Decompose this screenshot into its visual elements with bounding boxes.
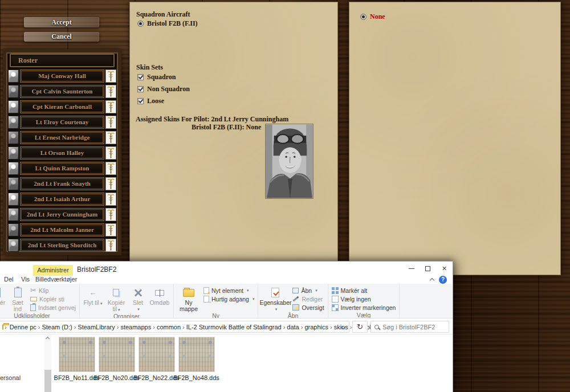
pilot-name[interactable]: 2nd Lt Malcolm Janner xyxy=(20,223,104,236)
breadcrumb-item[interactable]: data xyxy=(285,324,300,330)
skin-set-checkbox[interactable] xyxy=(137,74,144,80)
medical-icon[interactable] xyxy=(105,177,116,190)
pilot-name[interactable]: Cpt Kieran Carbonall xyxy=(20,100,104,113)
properties-button[interactable]: Egenskaber ▾ xyxy=(260,285,290,312)
pilot-name[interactable]: Maj Conway Hall xyxy=(20,70,104,83)
pilot-name[interactable]: 2nd Lt Isaiah Arthur xyxy=(20,193,104,206)
roster-pilot-row[interactable]: Lt Elroy Courtenay xyxy=(8,116,116,129)
roster-pilot-row[interactable]: Maj Conway Hall xyxy=(8,70,116,83)
breadcrumb-item[interactable]: common xyxy=(155,324,182,330)
paste-shortcut-button[interactable]: Indsæt genvej xyxy=(29,303,77,312)
paste-button[interactable]: Sæt ind xyxy=(7,285,28,312)
medical-icon[interactable] xyxy=(105,131,116,144)
breadcrumb-item[interactable]: Denne pc xyxy=(8,324,38,330)
skin-none-radio[interactable] xyxy=(360,14,367,20)
file-item[interactable]: BF2B_No20.dds xyxy=(98,337,135,381)
nav-pane-item[interactable]: ersonal xyxy=(0,374,21,381)
new-item-button[interactable]: Nyt element▾ xyxy=(202,286,255,295)
collapse-ribbon-icon[interactable] xyxy=(430,277,434,282)
breadcrumb-item[interactable]: Steam (D:) xyxy=(40,324,74,330)
skin-set-checkbox[interactable] xyxy=(137,98,144,104)
rename-button[interactable]: Omdøb xyxy=(148,285,171,306)
tab-vis[interactable]: Vis xyxy=(21,276,30,283)
delete-button[interactable]: Slet ▾ xyxy=(129,285,147,312)
context-tab-administrer[interactable]: Administrer xyxy=(33,265,73,276)
file-item[interactable]: BF2B_No48.dds xyxy=(178,337,215,381)
history-button[interactable]: Oversigt xyxy=(291,303,325,312)
select-none-button[interactable]: Vælg ingen xyxy=(331,295,397,303)
breadcrumb-item[interactable]: SteamLibrary xyxy=(76,324,116,330)
medical-icon[interactable] xyxy=(105,193,116,206)
aircraft-radio[interactable] xyxy=(137,21,144,27)
open-button[interactable]: Åbn▾ xyxy=(291,286,325,295)
medical-icon[interactable] xyxy=(105,162,116,175)
maximize-button[interactable] xyxy=(420,262,436,275)
roster-pilot-row[interactable]: Lt Quinn Rampston xyxy=(8,162,116,175)
pilot-name[interactable]: 2nd Lt Frank Snayth xyxy=(20,177,104,190)
roster-pilot-row[interactable]: Lt Orson Halley xyxy=(8,146,116,160)
copy-to-button[interactable]: Kopiér til▾ xyxy=(105,285,128,313)
copy-icon xyxy=(0,288,1,297)
pilot-photo xyxy=(8,85,19,98)
file-item[interactable]: BF2B_No11.dds xyxy=(58,337,95,381)
pilot-name[interactable]: Lt Elroy Courtenay xyxy=(20,116,104,129)
accept-button[interactable]: Accept xyxy=(24,17,99,27)
minimize-button[interactable] xyxy=(403,262,420,275)
tab-del[interactable]: Del xyxy=(4,276,14,283)
pilot-name[interactable]: 2nd Lt Jerry Cunningham xyxy=(20,208,104,221)
properties-icon xyxy=(271,288,279,297)
quick-access-button[interactable]: Hurtig adgang▾ xyxy=(202,295,255,303)
nav-pane-scrollbar[interactable] xyxy=(44,334,51,392)
pilot-name[interactable]: Lt Orson Halley xyxy=(20,146,104,160)
medical-icon[interactable] xyxy=(105,116,116,129)
roster-pilot-row[interactable]: Cpt Calvin Saunterton xyxy=(8,85,116,98)
roster-pilot-row[interactable]: Cpt Kieran Carbonall xyxy=(8,100,116,113)
tab-billedvaerktoejer[interactable]: Billedværktøjer xyxy=(35,276,77,283)
refresh-button[interactable]: ↻ xyxy=(352,321,368,333)
address-bar[interactable]: Denne pc Steam (D:) SteamLibrary xyxy=(0,321,349,333)
new-folder-button[interactable]: Ny mappe xyxy=(176,285,201,312)
help-icon[interactable]: ? xyxy=(439,276,447,284)
invert-selection-button[interactable]: Inverter markeringen xyxy=(331,303,397,312)
copy-path-button[interactable]: Kopiér sti xyxy=(29,295,77,303)
maximize-icon xyxy=(425,266,430,271)
roster-pilot-row[interactable]: 2nd Lt Isaiah Arthur xyxy=(8,193,116,206)
pilot-name[interactable]: 2nd Lt Sterling Shorditch xyxy=(20,239,104,252)
cut-button[interactable]: ✂ Klip xyxy=(29,286,77,295)
roster-pilot-row[interactable]: 2nd Lt Jerry Cunningham xyxy=(8,208,116,221)
breadcrumb: Denne pc Steam (D:) SteamLibrary xyxy=(8,324,392,330)
pilot-name[interactable]: Lt Ernest Narbridge xyxy=(20,131,104,144)
edit-button[interactable]: Rediger xyxy=(291,295,325,303)
roster-pilot-row[interactable]: 2nd Lt Sterling Shorditch xyxy=(8,239,116,252)
medical-icon[interactable] xyxy=(105,146,116,160)
select-all-button[interactable]: Markér alt xyxy=(331,286,397,295)
roster-pilot-row[interactable]: 2nd Lt Frank Snayth xyxy=(8,177,116,190)
move-to-button[interactable]: ← Flyt til▾ xyxy=(82,285,104,307)
search-input[interactable] xyxy=(382,324,445,330)
medical-icon[interactable] xyxy=(105,70,116,83)
medical-icon[interactable] xyxy=(105,223,116,236)
medical-icon[interactable] xyxy=(105,239,116,252)
address-dropdown-icon[interactable] xyxy=(341,325,345,330)
scrollbar-thumb[interactable] xyxy=(44,370,51,392)
pilot-name[interactable]: Lt Quinn Rampston xyxy=(20,162,104,175)
scrollbar-up-icon[interactable] xyxy=(46,336,50,341)
pilot-photo xyxy=(8,146,19,160)
close-button[interactable]: × xyxy=(436,262,453,275)
roster-pilot-row[interactable]: Lt Ernest Narbridge xyxy=(8,131,116,144)
medical-icon[interactable] xyxy=(105,85,116,98)
roster-panel: Roster Maj Conway Hall C xyxy=(3,49,121,255)
skin-set-checkbox[interactable] xyxy=(137,86,144,92)
breadcrumb-item[interactable]: steamapps xyxy=(119,324,153,330)
breadcrumb-item[interactable]: graphics xyxy=(303,324,330,330)
skin-set-option-row: Loose xyxy=(137,97,190,105)
file-item[interactable]: BF2B_No22.dds xyxy=(138,337,175,381)
copy-button[interactable]: Kopiér xyxy=(0,285,6,306)
breadcrumb-item[interactable]: IL-2 Sturmovik Battle of Stalingrad xyxy=(185,324,283,330)
pilot-name[interactable]: Cpt Calvin Saunterton xyxy=(20,85,104,98)
medical-icon[interactable] xyxy=(105,100,116,113)
cancel-button[interactable]: Cancel xyxy=(24,32,99,42)
medical-icon[interactable] xyxy=(105,208,116,221)
roster-pilot-row[interactable]: 2nd Lt Malcolm Janner xyxy=(8,223,116,236)
file-thumbnail xyxy=(178,337,215,372)
